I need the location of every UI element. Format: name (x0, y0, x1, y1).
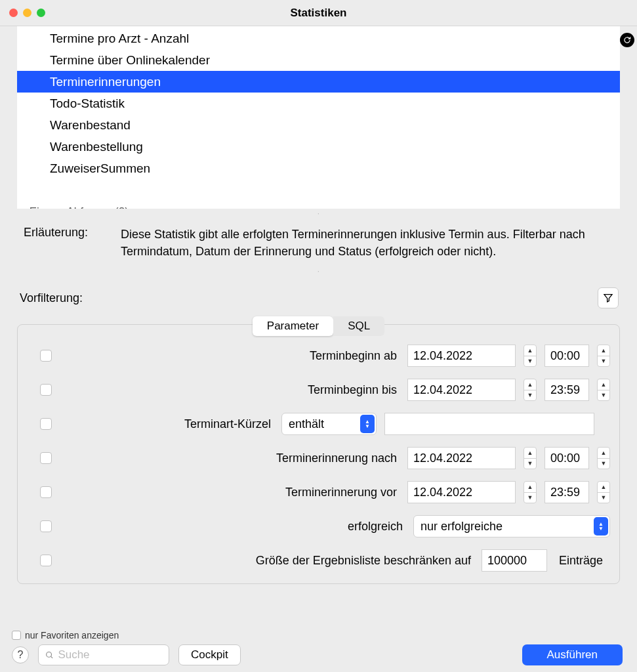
help-button[interactable]: ? (12, 646, 29, 663)
cockpit-button[interactable]: Cockpit (178, 644, 241, 665)
list-item[interactable]: Warenbestand (17, 114, 620, 136)
checkbox-erinnerung-vor[interactable] (40, 486, 52, 498)
list-item[interactable]: Warenbestellung (17, 136, 620, 158)
footer: nur Favoriten anzeigen ? Cockpit Ausführ… (0, 626, 637, 672)
stepper[interactable]: ▲▼ (597, 379, 610, 401)
select-value: enthält (289, 417, 324, 431)
time-terminbeginn-bis[interactable] (545, 379, 589, 401)
time-erinnerung-vor[interactable] (545, 481, 589, 503)
prefilter-label: Vorfilterung: (20, 291, 83, 305)
explanation-row: Erläuterung: Diese Statistik gibt alle e… (0, 217, 637, 266)
search-icon (45, 650, 54, 660)
list-item-selected[interactable]: Terminerinnerungen (17, 71, 620, 93)
stepper[interactable]: ▲▼ (524, 345, 537, 367)
splitter-handle[interactable]: · (0, 209, 637, 217)
checkbox-terminbeginn-ab[interactable] (40, 350, 52, 362)
list-item[interactable]: Termine über Onlinekalender (17, 49, 620, 71)
label-erinnerung-vor: Terminerinnerung vor (64, 486, 400, 499)
list-item[interactable]: ZuweiserSummen (17, 158, 620, 179)
select-terminart-operator[interactable]: enthält ▲▼ (281, 413, 377, 435)
search-input[interactable] (58, 648, 162, 662)
time-erinnerung-nach[interactable] (545, 447, 589, 469)
svg-line-1 (51, 656, 52, 658)
svg-point-0 (47, 652, 52, 657)
list-item[interactable]: Todo-Statistik (17, 93, 620, 114)
stepper[interactable]: ▲▼ (524, 447, 537, 469)
stepper[interactable]: ▲▼ (597, 447, 610, 469)
tab-parameter[interactable]: Parameter (253, 316, 333, 336)
checkbox-limit[interactable] (40, 555, 52, 566)
checkbox-erfolgreich[interactable] (40, 520, 52, 532)
statistics-list[interactable]: Termine pro Arzt - Anzahl Termine über O… (17, 26, 620, 209)
select-arrows-icon: ▲▼ (594, 517, 608, 536)
stepper[interactable]: ▲▼ (524, 379, 537, 401)
label-limit-suffix: Einträge (559, 554, 603, 568)
label-erinnerung-nach: Terminerinnerung nach (64, 452, 400, 465)
label-erfolgreich: erfolgreich (64, 520, 405, 534)
titlebar: Statistiken (0, 0, 637, 26)
stepper[interactable]: ▲▼ (597, 345, 610, 367)
date-terminbeginn-bis[interactable] (407, 379, 516, 401)
label-terminart: Terminart-Kürzel (64, 417, 274, 431)
window-title: Statistiken (0, 7, 637, 20)
own-queries-label: Eigene Abfragen (2) (30, 205, 129, 209)
stepper[interactable]: ▲▼ (597, 481, 610, 503)
chevron-right-icon: › (22, 207, 26, 209)
execute-button[interactable]: Ausführen (522, 644, 623, 665)
explanation-label: Erläuterung: (24, 226, 109, 260)
explanation-text: Diese Statistik gibt alle erfolgten Term… (121, 226, 617, 260)
select-value: nur erfolgreiche (421, 520, 503, 534)
select-erfolgreich[interactable]: nur erfolgreiche ▲▼ (413, 515, 610, 537)
filter-button[interactable] (598, 287, 619, 308)
checkbox-terminart[interactable] (40, 418, 52, 430)
favorites-label: nur Favoriten anzeigen (25, 630, 119, 640)
time-terminbeginn-ab[interactable] (545, 345, 589, 367)
date-terminbeginn-ab[interactable] (407, 345, 516, 367)
input-limit[interactable] (482, 549, 547, 572)
input-terminart-value[interactable] (384, 413, 594, 435)
parameters-panel: Terminbeginn ab ▲▼ ▲▼ Terminbeginn bis ▲… (17, 324, 620, 584)
checkbox-erinnerung-nach[interactable] (40, 452, 52, 464)
select-arrows-icon: ▲▼ (360, 415, 375, 433)
label-terminbeginn-ab: Terminbeginn ab (64, 349, 400, 363)
list-item[interactable]: Termine pro Arzt - Anzahl (17, 28, 620, 49)
splitter-handle[interactable]: · (0, 266, 637, 274)
checkbox-favorites[interactable] (12, 631, 21, 640)
date-erinnerung-vor[interactable] (407, 481, 516, 503)
stepper[interactable]: ▲▼ (524, 481, 537, 503)
tab-sql[interactable]: SQL (333, 316, 384, 336)
label-limit: Größe der Ergebnisliste beschränken auf (64, 554, 474, 568)
label-terminbeginn-bis: Terminbeginn bis (64, 383, 400, 397)
date-erinnerung-nach[interactable] (407, 447, 516, 469)
search-box[interactable] (38, 644, 169, 665)
checkbox-terminbeginn-bis[interactable] (40, 384, 52, 396)
own-queries-disclosure[interactable]: › Eigene Abfragen (2) (17, 179, 620, 209)
funnel-icon (603, 293, 613, 303)
